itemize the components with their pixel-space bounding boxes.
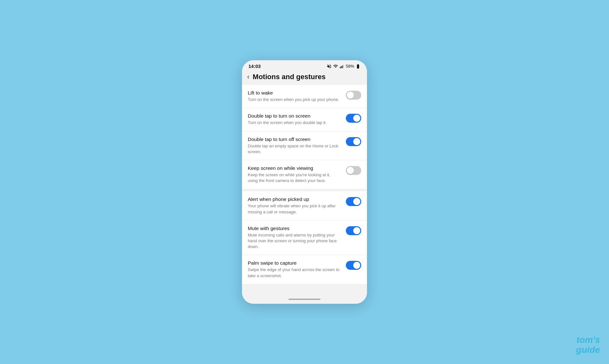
svg-rect-0 bbox=[340, 67, 340, 68]
setting-palm-swipe[interactable]: Palm swipe to capture Swipe the edge of … bbox=[242, 255, 367, 284]
setting-double-tap-on[interactable]: Double tap to turn on screen Turn on the… bbox=[242, 108, 367, 131]
nav-bar: ‹ Motions and gestures bbox=[242, 71, 367, 85]
home-bar bbox=[288, 299, 321, 300]
toggle-mute-gestures[interactable] bbox=[346, 226, 361, 235]
setting-desc-keep-screen-on: Keep the screen on while you're looking … bbox=[248, 172, 341, 184]
svg-rect-1 bbox=[341, 66, 342, 68]
toggle-palm-swipe[interactable] bbox=[346, 261, 361, 270]
home-indicator bbox=[242, 296, 367, 304]
phone-frame: 14:03 58% ‹ Motions and gestures Lift to… bbox=[242, 60, 367, 303]
setting-lift-to-wake[interactable]: Lift to wake Turn on the screen when you… bbox=[242, 85, 367, 108]
card-group-1: Lift to wake Turn on the screen when you… bbox=[242, 85, 367, 189]
setting-double-tap-off[interactable]: Double tap to turn off screen Double tap… bbox=[242, 131, 367, 160]
toggle-knob bbox=[353, 198, 360, 205]
battery-icon bbox=[355, 64, 361, 69]
setting-alert-pickup[interactable]: Alert when phone picked up Your phone wi… bbox=[242, 191, 367, 220]
setting-title-alert-pickup: Alert when phone picked up bbox=[248, 196, 341, 202]
setting-desc-double-tap-on: Turn on the screen when you double tap i… bbox=[248, 120, 341, 126]
toggle-knob bbox=[353, 262, 360, 269]
svg-rect-3 bbox=[343, 65, 344, 68]
toggle-keep-screen-on[interactable] bbox=[346, 166, 361, 175]
status-bar: 14:03 58% bbox=[242, 60, 367, 71]
setting-mute-gestures[interactable]: Mute with gestures Mute incoming calls a… bbox=[242, 220, 367, 255]
toggle-knob bbox=[353, 227, 360, 234]
toggle-knob bbox=[347, 167, 354, 174]
signal-icon bbox=[339, 64, 345, 69]
bottom-spacer bbox=[242, 286, 367, 296]
back-button[interactable]: ‹ bbox=[247, 73, 249, 80]
page-title: Motions and gestures bbox=[253, 73, 325, 81]
toggle-double-tap-on[interactable] bbox=[346, 114, 361, 123]
toggle-knob bbox=[347, 92, 354, 99]
setting-title-double-tap-off: Double tap to turn off screen bbox=[248, 136, 341, 142]
setting-title-lift-to-wake: Lift to wake bbox=[248, 90, 341, 96]
settings-content: Lift to wake Turn on the screen when you… bbox=[242, 85, 367, 296]
setting-keep-screen-on[interactable]: Keep screen on while viewing Keep the sc… bbox=[242, 160, 367, 189]
setting-desc-double-tap-off: Double tap an empty space on the Home or… bbox=[248, 143, 341, 155]
svg-rect-2 bbox=[342, 65, 343, 68]
setting-title-keep-screen-on: Keep screen on while viewing bbox=[248, 165, 341, 171]
card-group-2: Alert when phone picked up Your phone wi… bbox=[242, 191, 367, 284]
setting-title-palm-swipe: Palm swipe to capture bbox=[248, 260, 341, 266]
battery-level: 58% bbox=[346, 64, 354, 69]
setting-desc-mute-gestures: Mute incoming calls and alarms by puttin… bbox=[248, 232, 341, 250]
toggle-knob bbox=[353, 138, 360, 145]
mute-icon bbox=[327, 64, 332, 69]
setting-title-double-tap-on: Double tap to turn on screen bbox=[248, 113, 341, 119]
toggle-knob bbox=[353, 115, 360, 122]
toggle-alert-pickup[interactable] bbox=[346, 197, 361, 206]
toggle-double-tap-off[interactable] bbox=[346, 137, 361, 146]
status-icons: 58% bbox=[327, 64, 361, 69]
setting-desc-palm-swipe: Swipe the edge of your hand across the s… bbox=[248, 267, 341, 278]
wifi-icon bbox=[333, 64, 338, 69]
toms-guide-watermark: tom's guide bbox=[576, 335, 600, 355]
toggle-lift-to-wake[interactable] bbox=[346, 91, 361, 100]
setting-title-mute-gestures: Mute with gestures bbox=[248, 226, 341, 231]
setting-desc-alert-pickup: Your phone will vibrate when you pick it… bbox=[248, 203, 341, 215]
setting-desc-lift-to-wake: Turn on the screen when you pick up your… bbox=[248, 97, 341, 103]
status-time: 14:03 bbox=[248, 63, 261, 69]
